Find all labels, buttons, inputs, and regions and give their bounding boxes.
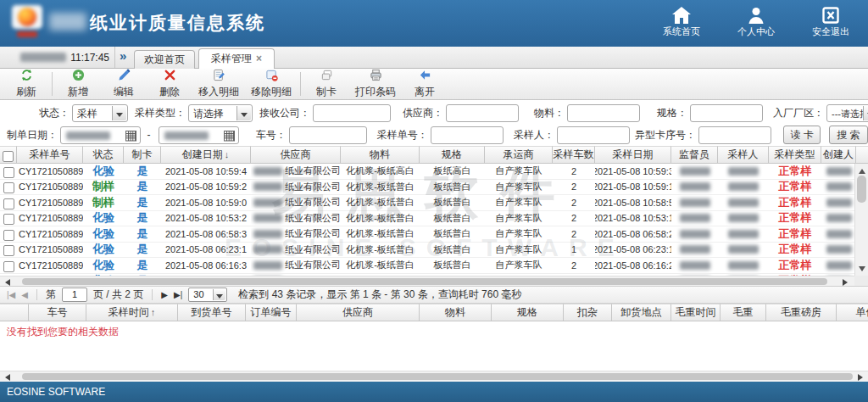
column-header[interactable]: 卸货地点 — [612, 304, 671, 321]
toolbar-make-card-button[interactable]: 制卡 — [303, 70, 349, 98]
scrollbar-thumb[interactable] — [22, 278, 827, 285]
scroll-right-arrow[interactable] — [856, 372, 868, 382]
row-checkbox[interactable] — [3, 167, 14, 178]
cell-supervisor — [671, 258, 718, 273]
column-header[interactable]: 供应商 — [251, 146, 341, 164]
calendar-icon[interactable] — [125, 130, 136, 145]
table-row[interactable]: CY172105088985制样是2021-05-08 10:59:0纸业有限公… — [0, 195, 854, 211]
calendar-icon[interactable] — [224, 130, 235, 145]
receive-company-input[interactable] — [313, 104, 391, 122]
column-header[interactable]: 创建人 — [821, 146, 856, 164]
expand-tabs-button[interactable]: » — [120, 48, 126, 63]
sample-type-select[interactable]: 请选择 — [188, 104, 253, 122]
cell-order-no: CY172105088987 — [17, 164, 83, 179]
chevron-down-icon[interactable] — [236, 106, 251, 120]
column-header[interactable]: 规格 — [492, 304, 564, 321]
column-header[interactable]: 状态 — [83, 146, 124, 164]
row-checkbox[interactable] — [3, 230, 14, 241]
column-header[interactable]: 毛重磅房 — [766, 304, 837, 321]
cell-supervisor — [671, 180, 718, 195]
spec-input[interactable] — [690, 104, 763, 122]
scrollbar-thumb[interactable] — [22, 373, 853, 380]
scroll-left-arrow[interactable] — [0, 372, 12, 382]
cell-sample-type: 正常样 — [769, 180, 821, 195]
column-header[interactable]: 采样类型 — [769, 146, 821, 164]
table-row[interactable]: CY172105088984化验是2021-05-08 10:53:2纸业有限公… — [0, 211, 854, 227]
column-header[interactable]: 毛重时间 — [671, 304, 721, 321]
read-card-button[interactable]: 读 卡 — [783, 126, 821, 144]
make-date-start-input[interactable] — [60, 126, 141, 144]
supplier-input[interactable] — [446, 104, 519, 122]
horizontal-scrollbar-bottom[interactable] — [0, 371, 868, 382]
page-size-select[interactable]: 30 — [188, 288, 227, 302]
row-checkbox[interactable] — [3, 261, 14, 272]
column-header[interactable]: 毛重 — [721, 304, 766, 321]
row-checkbox[interactable] — [3, 182, 14, 193]
toolbar-edit-button[interactable]: 编辑 — [101, 70, 147, 98]
column-header[interactable]: 单位 — [837, 304, 868, 321]
column-header[interactable]: 采样时间↑ — [86, 304, 178, 321]
column-header[interactable]: 订单编号 — [246, 304, 297, 321]
table-row[interactable]: CY172105088983化验是2021-05-08 06:58:3纸业有限公… — [0, 226, 854, 243]
page-number-input[interactable]: 1 — [62, 288, 87, 302]
table-row[interactable]: CY172105088987化验是2021-05-08 10:59:4纸业有限公… — [0, 164, 854, 180]
status-select[interactable]: 采样 — [72, 104, 128, 122]
toolbar-add-button[interactable]: 新增 — [55, 70, 101, 98]
column-header[interactable]: 物料 — [420, 304, 492, 321]
toolbar-leave-button[interactable]: 离开 — [402, 70, 448, 98]
table-row[interactable]: CY172105088981化验是2021-05-08 06:16:3纸业有限公… — [0, 258, 854, 274]
column-header[interactable]: 扣杂 — [564, 304, 612, 321]
scroll-up-arrow[interactable] — [855, 164, 868, 175]
column-header[interactable]: 物料 — [341, 146, 420, 164]
column-header[interactable]: 监督员 — [671, 146, 718, 164]
sample-no-input[interactable] — [431, 126, 504, 144]
column-header[interactable]: 采样车数 — [553, 146, 595, 164]
table-row[interactable]: CY172105088982化验是2021-05-08 06:23:1纸业有限公… — [0, 243, 854, 259]
column-header[interactable]: 采样日期 — [595, 146, 671, 164]
tab-close-icon[interactable]: × — [256, 53, 262, 64]
cell-card: 是 — [124, 164, 161, 179]
column-header[interactable]: 承运商 — [485, 146, 553, 164]
toolbar-refresh-button[interactable]: 刷新 — [3, 70, 49, 98]
column-header[interactable]: 车号 — [29, 304, 86, 321]
chevron-down-icon[interactable] — [112, 106, 126, 120]
column-header[interactable]: 创建日期↓ — [161, 146, 251, 164]
row-checkbox[interactable] — [3, 245, 14, 256]
chevron-down-icon[interactable] — [863, 106, 868, 120]
nav-home[interactable]: 系统首页 — [654, 4, 709, 38]
make-date-end-input[interactable] — [159, 126, 239, 144]
row-checkbox[interactable] — [3, 198, 14, 209]
scrollbar-thumb[interactable] — [857, 176, 866, 203]
select-all-checkbox[interactable] — [3, 151, 14, 162]
nav-profile[interactable]: 个人中心 — [729, 4, 783, 38]
tab-sampling[interactable]: 采样管理× — [198, 48, 275, 69]
vertical-scrollbar[interactable] — [854, 164, 868, 276]
toolbar-print-barcode-button[interactable]: 打印条码 — [349, 70, 402, 98]
material-input[interactable] — [567, 104, 640, 122]
column-header[interactable]: 规格 — [420, 146, 485, 164]
factory-select[interactable]: ---请选择-- — [826, 104, 868, 122]
chevron-down-icon[interactable] — [213, 289, 225, 300]
cell-material: 化机浆-板纸普白 — [341, 195, 420, 210]
last-page-button[interactable]: ▶| — [174, 291, 182, 299]
row-checkbox[interactable] — [3, 214, 14, 225]
prev-page-button[interactable]: ◀ — [21, 291, 28, 299]
toolbar-remove-detail-button[interactable]: 移除明细 — [245, 70, 298, 98]
sampler-input[interactable] — [557, 126, 630, 144]
special-card-input[interactable] — [698, 126, 771, 144]
column-header[interactable]: 采样人 — [718, 146, 769, 164]
column-header[interactable]: 供应商 — [297, 304, 420, 321]
column-header[interactable]: 采样单号 — [17, 146, 83, 164]
toolbar-delete-button[interactable]: 删除 — [147, 70, 192, 98]
search-button[interactable]: 搜 索 — [829, 126, 868, 144]
tab-welcome[interactable]: 欢迎首页 — [134, 50, 195, 69]
column-header[interactable]: 制卡 — [124, 146, 161, 164]
toolbar-move-in-detail-button[interactable]: 移入明细 — [192, 70, 245, 98]
truck-no-input[interactable] — [289, 126, 367, 144]
nav-logout[interactable]: 安全退出 — [804, 4, 858, 38]
scroll-down-arrow[interactable] — [855, 265, 868, 276]
next-page-button[interactable]: ▶ — [161, 291, 168, 299]
first-page-button[interactable]: |◀ — [7, 291, 15, 299]
table-row[interactable]: CY172105088986制样是2021-05-08 10:59:2纸业有限公… — [0, 180, 854, 196]
column-header[interactable]: 到货单号 — [178, 304, 246, 321]
